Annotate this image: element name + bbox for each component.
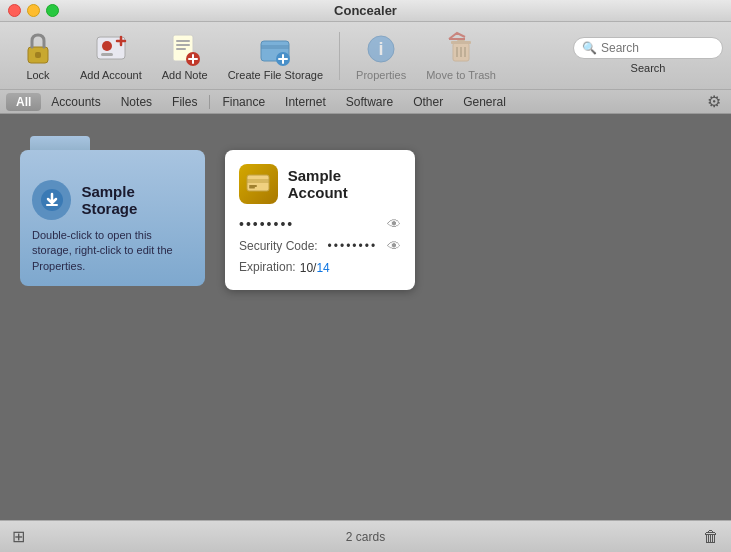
add-note-icon <box>167 31 203 67</box>
account-header: Sample Account <box>239 164 401 204</box>
create-file-storage-icon <box>257 31 293 67</box>
security-code-field: Security Code: •••••••• 👁 <box>239 238 401 254</box>
storage-download-icon <box>32 180 71 220</box>
expiry-value: 10/ <box>300 261 317 275</box>
account-card-icon <box>239 164 278 204</box>
expiry-highlight: 14 <box>316 261 329 275</box>
tab-accounts[interactable]: Accounts <box>41 93 110 111</box>
search-input[interactable] <box>601 41 714 55</box>
minimize-button[interactable] <box>27 4 40 17</box>
svg-point-3 <box>102 41 112 51</box>
add-account-icon <box>93 31 129 67</box>
expiry-label: Expiration: <box>239 260 296 274</box>
trash-icon[interactable]: 🗑 <box>703 528 719 546</box>
svg-rect-1 <box>35 52 41 58</box>
tab-software[interactable]: Software <box>336 93 403 111</box>
storage-icon-area: Sample Storage <box>32 180 193 220</box>
create-file-storage-button[interactable]: Create File Storage <box>220 27 331 85</box>
password-dots: •••••••• <box>239 216 294 232</box>
expiry-field: Expiration: 10/14 <box>239 258 401 276</box>
password-field: •••••••• 👁 <box>239 216 401 232</box>
svg-rect-4 <box>101 53 113 56</box>
svg-rect-15 <box>261 45 289 49</box>
tab-other[interactable]: Other <box>403 93 453 111</box>
search-input-wrap[interactable]: 🔍 <box>573 37 723 59</box>
security-code-dots: •••••••• <box>328 239 378 253</box>
add-account-label: Add Account <box>80 69 142 81</box>
tabbar: All Accounts Notes Files Finance Interne… <box>0 90 731 114</box>
storage-card-wrapper: Sample Storage Double-click to open this… <box>20 150 205 286</box>
svg-rect-8 <box>176 40 190 42</box>
svg-rect-32 <box>249 185 257 187</box>
tab-separator <box>209 95 210 109</box>
search-box: 🔍 Search <box>573 37 723 74</box>
svg-text:i: i <box>379 39 384 59</box>
move-to-trash-button[interactable]: Move to Trash <box>418 27 504 85</box>
app-title: Concealer <box>334 3 397 18</box>
add-note-label: Add Note <box>162 69 208 81</box>
account-title: Sample Account <box>288 167 401 201</box>
properties-button[interactable]: i Properties <box>348 27 414 85</box>
card-count: 2 cards <box>346 530 385 544</box>
add-note-button[interactable]: Add Note <box>154 27 216 85</box>
search-icon: 🔍 <box>582 41 597 55</box>
lock-button[interactable]: Lock <box>8 27 68 85</box>
lock-icon <box>20 31 56 67</box>
svg-rect-10 <box>176 48 186 50</box>
properties-label: Properties <box>356 69 406 81</box>
properties-icon: i <box>363 31 399 67</box>
move-to-trash-label: Move to Trash <box>426 69 496 81</box>
storage-description: Double-click to open this storage, right… <box>32 228 193 274</box>
svg-rect-9 <box>176 44 190 46</box>
tab-files[interactable]: Files <box>162 93 207 111</box>
account-card[interactable]: Sample Account •••••••• 👁 Security Code:… <box>225 150 415 290</box>
tab-finance[interactable]: Finance <box>212 93 275 111</box>
tab-all[interactable]: All <box>6 93 41 111</box>
window-controls[interactable] <box>8 4 59 17</box>
create-file-storage-label: Create File Storage <box>228 69 323 81</box>
bottombar: ⊞ 2 cards 🗑 <box>0 520 731 552</box>
toolbar: Lock Add Account <box>0 22 731 90</box>
svg-rect-22 <box>451 41 471 44</box>
search-label: Search <box>631 62 666 74</box>
storage-card[interactable]: Sample Storage Double-click to open this… <box>20 150 205 286</box>
add-account-button[interactable]: Add Account <box>72 27 150 85</box>
close-button[interactable] <box>8 4 21 17</box>
titlebar: Concealer <box>0 0 731 22</box>
storage-title: Sample Storage <box>81 183 193 217</box>
main-content: Sample Storage Double-click to open this… <box>0 114 731 520</box>
security-code-eye-icon[interactable]: 👁 <box>387 238 401 254</box>
tab-internet[interactable]: Internet <box>275 93 336 111</box>
password-eye-icon[interactable]: 👁 <box>387 216 401 232</box>
svg-rect-31 <box>247 179 269 183</box>
security-code-label: Security Code: <box>239 239 318 253</box>
toolbar-separator <box>339 32 340 80</box>
move-to-trash-icon <box>443 31 479 67</box>
svg-rect-33 <box>249 187 255 189</box>
tab-notes[interactable]: Notes <box>111 93 162 111</box>
maximize-button[interactable] <box>46 4 59 17</box>
lock-label: Lock <box>26 69 49 81</box>
grid-view-icon[interactable]: ⊞ <box>12 527 25 546</box>
tab-general[interactable]: General <box>453 93 516 111</box>
gear-icon[interactable]: ⚙ <box>703 92 725 111</box>
